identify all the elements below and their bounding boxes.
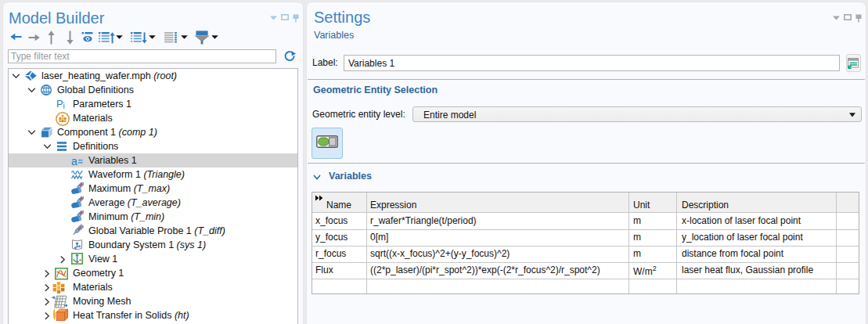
svg-text:i: i	[63, 102, 65, 110]
svg-text:P: P	[56, 99, 63, 110]
svg-text:a: a	[71, 156, 77, 166]
